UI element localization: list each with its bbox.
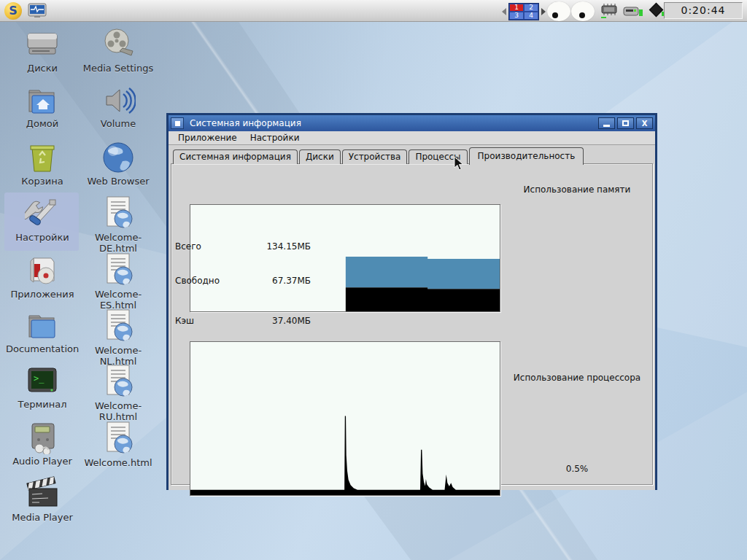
tab-disks[interactable]: Диски xyxy=(299,149,341,164)
terminal-icon: >_ xyxy=(25,365,60,397)
desktop-icon-welcome-nl[interactable]: Welcome-NL.html xyxy=(82,308,155,367)
desktop-icon-settings[interactable]: Настройки xyxy=(6,197,79,243)
desktop-icon-media-player[interactable]: Media Player xyxy=(6,475,79,523)
html-document-icon xyxy=(101,195,135,230)
memory-total-row: Всего 134.15МБ xyxy=(175,241,311,252)
menu-application[interactable]: Приложение xyxy=(171,132,244,144)
desktop-icon-documentation[interactable]: Documentation xyxy=(6,310,79,354)
icon-label: Audio Player xyxy=(6,456,79,467)
globe-icon xyxy=(101,141,136,174)
desktop-icon-media-settings[interactable]: Media Settings xyxy=(82,26,155,74)
window-menubar: Приложение Настройки xyxy=(169,131,655,145)
cpu-usage-chart xyxy=(190,341,500,496)
icon-label: Настройки xyxy=(6,232,79,243)
system-tray xyxy=(600,2,667,20)
cpu-usage-heading: Использование процессора xyxy=(506,373,649,383)
icon-label: Welcome-ES.html xyxy=(82,289,155,311)
memory-free-row: Свободно 67.37МБ xyxy=(175,276,311,286)
system-monitor-launcher[interactable] xyxy=(28,3,47,19)
html-document-icon xyxy=(101,421,135,456)
svg-text:>_: >_ xyxy=(34,373,44,384)
icon-label: Терминал xyxy=(6,399,79,410)
memory-cache-value: 37.40МБ xyxy=(272,316,311,326)
tab-bar: Системная информация Диски Устройства Пр… xyxy=(173,147,585,164)
minimize-button[interactable] xyxy=(598,117,615,129)
html-document-icon xyxy=(101,364,135,399)
memory-cache-row: Кэш 37.40МБ xyxy=(175,316,311,326)
memory-free-label: Свободно xyxy=(175,276,220,286)
panel-clock: 0:20:44 xyxy=(664,2,743,19)
menu-settings[interactable]: Настройки xyxy=(244,132,306,144)
memory-total-value: 134.15МБ xyxy=(266,241,311,252)
trash-icon xyxy=(25,141,60,174)
window-title: Системная информация xyxy=(190,118,598,128)
memory-usage-chart xyxy=(190,204,500,312)
close-button[interactable]: X xyxy=(636,117,653,129)
icon-label: Приложения xyxy=(6,289,79,300)
tab-system-information[interactable]: Системная информация xyxy=(173,149,298,164)
clapperboard-icon xyxy=(23,475,61,510)
memory-cache-label: Кэш xyxy=(175,316,194,326)
icon-label: Documentation xyxy=(6,343,79,354)
desktop-icon-web-browser[interactable]: Web Browser xyxy=(82,141,155,187)
pager-grid: 1 2 3 4 xyxy=(508,3,539,20)
pager-prev-arrow[interactable] xyxy=(502,8,506,15)
xeyes-applet xyxy=(547,1,595,21)
package-cd-icon xyxy=(25,254,60,287)
desktop-icon-trash[interactable]: Корзина xyxy=(6,141,79,187)
blue-folder-icon xyxy=(25,310,60,342)
audio-player-icon xyxy=(25,421,60,454)
icon-label: Volume xyxy=(82,118,155,129)
desktop-icon-welcome[interactable]: Welcome.html xyxy=(82,421,155,468)
icon-label: Welcome-DE.html xyxy=(82,232,155,254)
icon-label: Media Player xyxy=(6,512,79,523)
desktop-icon-welcome-de[interactable]: Welcome-DE.html xyxy=(82,195,155,254)
start-menu-button[interactable]: S xyxy=(4,2,22,20)
monitor-pulse-icon xyxy=(28,3,47,19)
workspace-1[interactable]: 1 xyxy=(509,4,524,12)
memory-total-label: Всего xyxy=(175,241,201,252)
tab-devices[interactable]: Устройства xyxy=(342,149,408,164)
eye-right-icon xyxy=(571,1,595,21)
cpu-usage-value: 0.5% xyxy=(506,464,649,474)
top-panel: S 1 2 3 4 xyxy=(0,0,747,22)
system-information-window: Системная информация X Приложение Настро… xyxy=(166,113,657,490)
desktop-icon-disks[interactable]: Диски xyxy=(6,28,79,74)
workspace-2[interactable]: 2 xyxy=(524,4,538,12)
window-menu-icon[interactable] xyxy=(171,117,184,129)
desktop-icon-home[interactable]: Домой xyxy=(6,85,79,129)
icon-label: Корзина xyxy=(6,176,79,187)
workspace-4[interactable]: 4 xyxy=(524,12,538,20)
desktop-icon-terminal[interactable]: >_ Терминал xyxy=(6,365,79,410)
workspace-3[interactable]: 3 xyxy=(509,12,524,20)
desktop-icon-volume[interactable]: Volume xyxy=(82,85,155,129)
eye-left-icon xyxy=(547,1,570,21)
desktop-icon-welcome-es[interactable]: Welcome-ES.html xyxy=(82,252,155,311)
window-titlebar[interactable]: Системная информация X xyxy=(169,115,655,131)
workspace-pager: 1 2 3 4 xyxy=(502,3,546,20)
memory-usage-heading: Использование памяти xyxy=(506,184,649,195)
pager-next-arrow[interactable] xyxy=(541,8,546,15)
speaker-icon xyxy=(101,85,136,117)
memory-free-value: 67.37МБ xyxy=(272,276,311,286)
icon-label: Web Browser xyxy=(82,176,155,187)
tools-icon xyxy=(25,197,60,230)
maximize-button[interactable] xyxy=(617,117,634,129)
desktop-icon-applications[interactable]: Приложения xyxy=(6,254,79,300)
icon-label: Welcome.html xyxy=(82,457,155,468)
icon-label: Media Settings xyxy=(82,63,155,74)
icon-label: Диски xyxy=(6,63,79,74)
html-document-icon xyxy=(101,252,135,287)
cpu-monitor-icon[interactable] xyxy=(600,2,619,20)
window-body: Системная информация Диски Устройства Пр… xyxy=(169,145,655,490)
performance-tab-panel: Использование памяти Всего 134.15МБ Своб… xyxy=(171,163,653,485)
html-document-icon xyxy=(101,308,135,343)
harddrive-icon xyxy=(25,28,60,61)
memory-monitor-icon[interactable] xyxy=(623,2,643,20)
desktop-icon-audio-player[interactable]: Audio Player xyxy=(6,421,79,467)
mouse-cursor xyxy=(454,156,464,174)
tab-performance[interactable]: Производительность xyxy=(469,147,584,165)
home-folder-icon xyxy=(25,85,60,117)
icon-label: Welcome-RU.html xyxy=(82,400,155,422)
desktop-icon-welcome-ru[interactable]: Welcome-RU.html xyxy=(82,364,155,422)
